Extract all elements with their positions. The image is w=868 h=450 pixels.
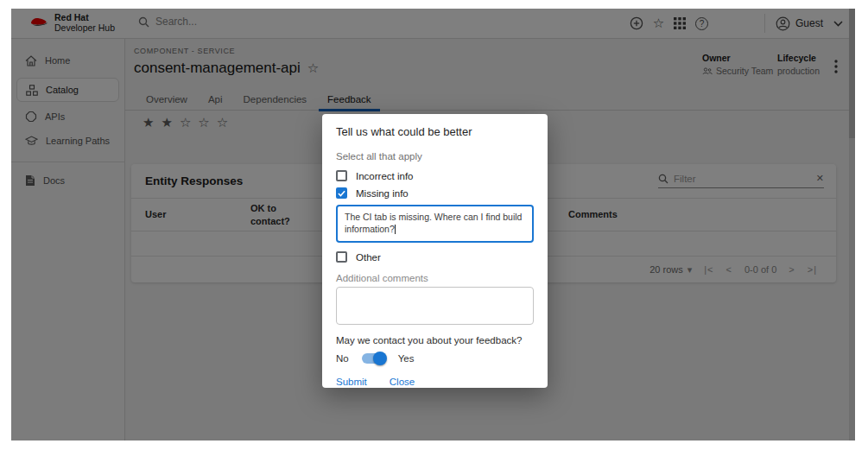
checkbox-other[interactable]: Other [336,251,534,263]
checkbox-unchecked-icon [336,170,347,181]
toggle-thumb [373,352,387,365]
dialog-title: Tell us what could be better [336,125,534,138]
contact-toggle[interactable] [362,353,385,364]
additional-comments-label: Additional comments [336,273,534,283]
additional-comments-textarea[interactable] [336,287,534,325]
contact-question: May we contact you about your feedback? [336,335,534,345]
textarea-value: The CI tab is missing. Where can I find … [345,212,522,234]
checkbox-checked-icon [336,187,347,199]
feedback-dialog: Tell us what could be better Select all … [322,114,548,388]
checkbox-unchecked-icon [336,251,347,263]
checkbox-missing-info[interactable]: Missing info [336,187,534,199]
toggle-label-yes: Yes [398,353,415,364]
toggle-label-no: No [336,353,349,364]
dialog-subtitle: Select all that apply [336,151,534,162]
missing-info-textarea[interactable]: The CI tab is missing. Where can I find … [336,205,534,243]
checkbox-incorrect-info[interactable]: Incorrect info [336,170,534,181]
text-cursor [395,225,396,234]
submit-button[interactable]: Submit [336,377,367,387]
close-button[interactable]: Close [390,377,415,387]
